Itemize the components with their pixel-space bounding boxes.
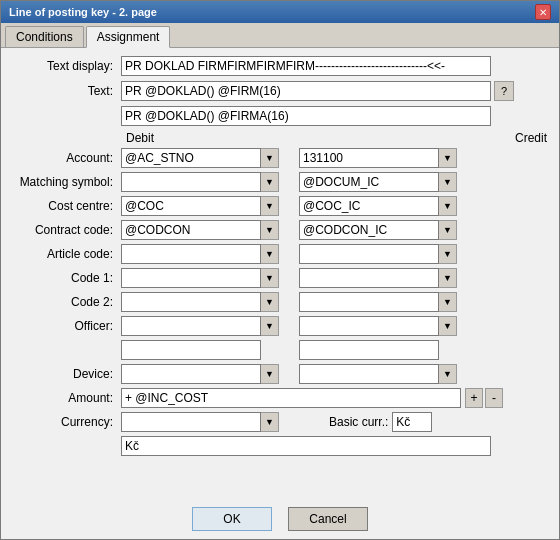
question-button[interactable]: ? <box>494 81 514 101</box>
contract-credit-wrap: ▼ <box>299 220 457 240</box>
article-credit-wrap: ▼ <box>299 244 457 264</box>
code1-credit-dropdown[interactable]: ▼ <box>439 268 457 288</box>
cost-centre-debit-dropdown[interactable]: ▼ <box>261 196 279 216</box>
plus-button[interactable]: + <box>465 388 483 408</box>
contract-debit-wrap: ▼ <box>121 220 279 240</box>
code1-debit-dropdown[interactable]: ▼ <box>261 268 279 288</box>
article-label: Article code: <box>11 247 121 261</box>
code2-debit-dropdown[interactable]: ▼ <box>261 292 279 312</box>
officer-debit-wrap: ▼ <box>121 316 279 336</box>
extra1-debit-wrap: ▼ <box>121 340 279 360</box>
text-row-2 <box>121 106 549 126</box>
contract-credit-dropdown[interactable]: ▼ <box>439 220 457 240</box>
account-label: Account: <box>11 151 121 165</box>
text-display-label: Text display: <box>11 59 121 73</box>
code2-debit-input[interactable] <box>121 292 261 312</box>
device-credit-dropdown[interactable]: ▼ <box>439 364 457 384</box>
officer-credit-input[interactable] <box>299 316 439 336</box>
matching-debit-input[interactable] <box>121 172 261 192</box>
matching-credit-dropdown[interactable]: ▼ <box>439 172 457 192</box>
field-row-contract: Contract code: ▼ ▼ <box>11 220 549 240</box>
extra1-credit-wrap: ▼ <box>299 340 457 360</box>
cancel-button[interactable]: Cancel <box>288 507 368 531</box>
currency-input[interactable] <box>121 412 261 432</box>
title-bar: Line of posting key - 2. page ✕ <box>1 1 559 23</box>
cost-centre-credit-input[interactable] <box>299 196 439 216</box>
officer-debit-input[interactable] <box>121 316 261 336</box>
device-debit-dropdown[interactable]: ▼ <box>261 364 279 384</box>
device-credit-wrap: ▼ <box>299 364 457 384</box>
matching-credit-wrap: ▼ <box>299 172 457 192</box>
column-headers: Debit Credit <box>11 131 549 145</box>
field-row-article: Article code: ▼ ▼ <box>11 244 549 264</box>
field-row-account: Account: ▼ ▼ <box>11 148 549 168</box>
account-credit-input[interactable] <box>299 148 439 168</box>
article-debit-dropdown[interactable]: ▼ <box>261 244 279 264</box>
cost-centre-label: Cost centre: <box>11 199 121 213</box>
text-label: Text: <box>11 84 121 98</box>
cost-centre-debit-input[interactable] <box>121 196 261 216</box>
field-row-matching: Matching symbol: ▼ ▼ <box>11 172 549 192</box>
officer-debit-dropdown[interactable]: ▼ <box>261 316 279 336</box>
extra1-debit-input[interactable] <box>121 340 261 360</box>
matching-debit-wrap: ▼ <box>121 172 279 192</box>
text-input-1[interactable] <box>121 81 491 101</box>
field-row-code1: Code 1: ▼ ▼ <box>11 268 549 288</box>
extra1-credit-input[interactable] <box>299 340 439 360</box>
field-row-cost-centre: Cost centre: ▼ ▼ <box>11 196 549 216</box>
code2-credit-dropdown[interactable]: ▼ <box>439 292 457 312</box>
code1-credit-wrap: ▼ <box>299 268 457 288</box>
code1-label: Code 1: <box>11 271 121 285</box>
account-debit-wrap: ▼ <box>121 148 279 168</box>
code2-debit-wrap: ▼ <box>121 292 279 312</box>
device-row: Device: ▼ ▼ <box>11 364 549 384</box>
article-credit-dropdown[interactable]: ▼ <box>439 244 457 264</box>
device-credit-input[interactable] <box>299 364 439 384</box>
text-display-input[interactable] <box>121 56 491 76</box>
account-debit-dropdown[interactable]: ▼ <box>261 148 279 168</box>
device-debit-wrap: ▼ <box>121 364 279 384</box>
credit-column-header: Credit <box>316 131 549 145</box>
col-label-spacer <box>11 131 121 145</box>
tab-conditions[interactable]: Conditions <box>5 26 84 47</box>
article-debit-wrap: ▼ <box>121 244 279 264</box>
minus-button[interactable]: - <box>485 388 503 408</box>
code1-credit-input[interactable] <box>299 268 439 288</box>
officer-credit-dropdown[interactable]: ▼ <box>439 316 457 336</box>
currency-dropdown[interactable]: ▼ <box>261 412 279 432</box>
tab-assignment[interactable]: Assignment <box>86 26 171 48</box>
main-window: Line of posting key - 2. page ✕ Conditio… <box>0 0 560 540</box>
code1-debit-input[interactable] <box>121 268 261 288</box>
contract-debit-dropdown[interactable]: ▼ <box>261 220 279 240</box>
currency-row: Currency: ▼ Basic curr.: <box>11 412 549 432</box>
matching-debit-dropdown[interactable]: ▼ <box>261 172 279 192</box>
cost-centre-credit-dropdown[interactable]: ▼ <box>439 196 457 216</box>
code2-credit-wrap: ▼ <box>299 292 457 312</box>
field-row-code2: Code 2: ▼ ▼ <box>11 292 549 312</box>
matching-credit-input[interactable] <box>299 172 439 192</box>
contract-label: Contract code: <box>11 223 121 237</box>
kc-input[interactable] <box>121 436 491 456</box>
contract-credit-input[interactable] <box>299 220 439 240</box>
contract-debit-input[interactable] <box>121 220 261 240</box>
code2-credit-input[interactable] <box>299 292 439 312</box>
device-debit-input[interactable] <box>121 364 261 384</box>
tab-bar: Conditions Assignment <box>1 23 559 48</box>
article-debit-input[interactable] <box>121 244 261 264</box>
officer-credit-wrap: ▼ <box>299 316 457 336</box>
text-input-2[interactable] <box>121 106 491 126</box>
close-button[interactable]: ✕ <box>535 4 551 20</box>
code1-debit-wrap: ▼ <box>121 268 279 288</box>
account-credit-dropdown[interactable]: ▼ <box>439 148 457 168</box>
currency-debit-wrap: ▼ <box>121 412 279 432</box>
basic-curr-value[interactable] <box>392 412 432 432</box>
amount-input[interactable] <box>121 388 461 408</box>
code2-label: Code 2: <box>11 295 121 309</box>
text-display-row: Text display: <box>11 56 549 76</box>
article-credit-input[interactable] <box>299 244 439 264</box>
text-row: Text: ? <box>11 81 549 101</box>
amount-row: Amount: + - <box>11 388 549 408</box>
ok-button[interactable]: OK <box>192 507 272 531</box>
basic-curr-label: Basic curr.: <box>329 415 388 429</box>
account-debit-input[interactable] <box>121 148 261 168</box>
